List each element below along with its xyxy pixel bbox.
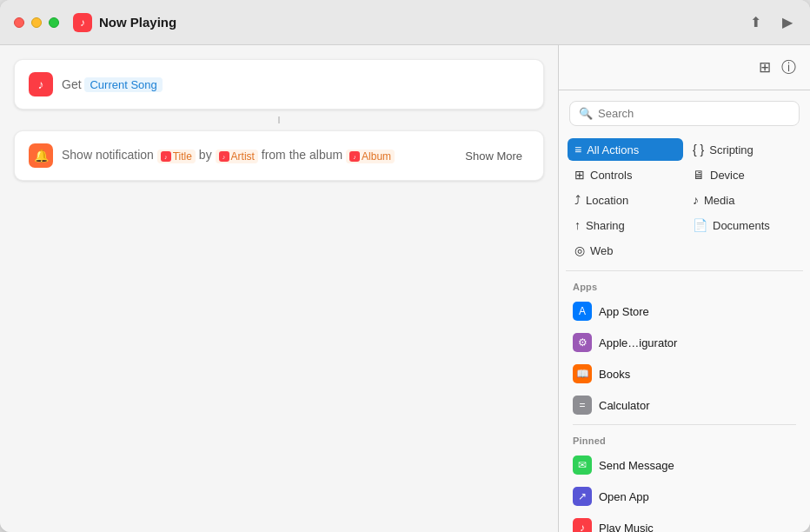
divider-categories [566, 270, 803, 271]
open-app-label: Open App [599, 490, 649, 503]
play-icon: ▶ [782, 15, 793, 30]
list-item-open-app[interactable]: ↗ Open App [566, 481, 803, 512]
pinned-section-label: Pinned [566, 429, 803, 449]
by-keyword: by [199, 148, 216, 162]
show-notif-keyword: Show notification [62, 148, 157, 162]
title-var-icon: ♪ [161, 151, 171, 162]
media-icon: ♪ [693, 193, 699, 207]
play-music-icon: ♪ [573, 518, 592, 532]
sidebar-header: 🔍 [559, 90, 810, 133]
category-device[interactable]: 🖥 Device [686, 163, 801, 186]
maximize-button[interactable] [49, 17, 59, 28]
category-all-actions-label: All Actions [587, 143, 639, 156]
search-bar: 🔍 [569, 101, 800, 126]
list-item-books[interactable]: 📖 Books [566, 358, 803, 389]
workflow-panel: ♪ Get Current Song 🔔 Show notification ♪… [0, 45, 558, 532]
category-documents[interactable]: 📄 Documents [686, 214, 801, 236]
list-item-calculator[interactable]: = Calculator [566, 389, 803, 421]
action-get-label: Get Current Song [62, 77, 163, 91]
artist-var[interactable]: ♪Artist [216, 150, 258, 163]
category-documents-label: Documents [713, 219, 770, 232]
main-window: ♪ Now Playing ⬆ ▶ ♪ Get Current Song [0, 0, 810, 532]
location-icon: ⤴ [574, 193, 581, 207]
device-icon: 🖥 [693, 168, 705, 182]
album-var[interactable]: ♪Album [346, 150, 395, 163]
actions-sidebar: ⊞ ⓘ 🔍 ≡ All Actions { [558, 45, 810, 532]
sharing-icon: ↑ [574, 218, 581, 232]
app-icon: ♪ [73, 13, 92, 32]
sidebar-scroll[interactable]: Apps A App Store ⚙ Apple…igurator 📖 Book… [559, 275, 810, 532]
list-item-apple-configurator[interactable]: ⚙ Apple…igurator [566, 327, 803, 358]
category-controls-label: Controls [590, 169, 632, 182]
books-icon: 📖 [573, 364, 592, 383]
music-note-icon: ♪ [80, 17, 85, 29]
open-app-icon: ↗ [573, 487, 592, 506]
action-icon-music: ♪ [29, 72, 53, 96]
category-all-actions[interactable]: ≡ All Actions [568, 138, 683, 161]
apple-configurator-icon: ⚙ [573, 333, 592, 352]
action-show-notification[interactable]: 🔔 Show notification ♪Title by ♪Artist fr… [14, 130, 544, 181]
info-button[interactable]: ⓘ [781, 57, 796, 77]
list-item-play-music[interactable]: ♪ Play Music [566, 512, 803, 532]
album-var-icon: ♪ [349, 151, 360, 162]
category-scripting-label: Scripting [709, 143, 754, 156]
traffic-lights [14, 17, 59, 28]
play-music-label: Play Music [599, 522, 654, 533]
app-title-area: ♪ Now Playing [73, 13, 747, 32]
main-content: ♪ Get Current Song 🔔 Show notification ♪… [0, 45, 810, 532]
share-button[interactable]: ⬆ [747, 10, 765, 34]
titlebar-actions: ⬆ ▶ [747, 10, 796, 34]
calculator-label: Calculator [599, 399, 650, 412]
send-message-label: Send Message [599, 459, 674, 472]
search-icon: 🔍 [579, 107, 593, 120]
action-icon-bell: 🔔 [29, 143, 53, 168]
from-album-keyword: from the album [262, 148, 346, 162]
web-icon: ◎ [574, 243, 585, 257]
list-item-send-message[interactable]: ✉ Send Message [566, 449, 803, 481]
title-var[interactable]: ♪Title [157, 150, 196, 163]
apple-configurator-label: Apple…igurator [599, 336, 677, 349]
category-sharing[interactable]: ↑ Sharing [568, 214, 683, 236]
calculator-icon: = [573, 396, 592, 415]
category-sharing-label: Sharing [586, 219, 625, 232]
category-web[interactable]: ◎ Web [568, 239, 683, 262]
category-location[interactable]: ⤴ Location [568, 189, 683, 211]
app-store-label: App Store [599, 305, 649, 318]
window-title: Now Playing [99, 15, 176, 30]
action-get-current-song[interactable]: ♪ Get Current Song [14, 59, 544, 110]
titlebar: ♪ Now Playing ⬆ ▶ [0, 0, 810, 45]
add-to-dock-icon: ⊞ [759, 59, 771, 76]
minimize-button[interactable] [31, 17, 42, 28]
category-device-label: Device [710, 169, 745, 182]
category-media-label: Media [704, 194, 734, 207]
show-more-button[interactable]: Show More [458, 148, 529, 164]
play-button[interactable]: ▶ [779, 10, 796, 34]
category-media[interactable]: ♪ Media [686, 189, 801, 211]
app-store-icon: A [573, 302, 592, 321]
apps-section-label: Apps [566, 275, 803, 296]
current-song-var[interactable]: Current Song [84, 77, 162, 92]
scripting-icon: { } [693, 143, 704, 156]
books-label: Books [599, 368, 630, 381]
controls-icon: ⊞ [574, 168, 585, 182]
all-actions-icon: ≡ [574, 143, 581, 156]
share-icon: ⬆ [750, 15, 761, 30]
add-to-dock-button[interactable]: ⊞ [759, 58, 771, 76]
category-location-label: Location [586, 194, 628, 207]
divider-apps [573, 424, 796, 425]
category-scripting[interactable]: { } Scripting [686, 138, 801, 161]
close-button[interactable] [14, 17, 24, 28]
artist-var-icon: ♪ [219, 151, 229, 162]
sidebar-top: ⊞ ⓘ [559, 45, 810, 90]
search-input[interactable] [598, 107, 790, 120]
action-connector [278, 116, 280, 123]
get-keyword: Get [62, 77, 84, 91]
send-message-icon: ✉ [573, 456, 592, 475]
info-icon: ⓘ [781, 59, 796, 76]
category-web-label: Web [590, 244, 614, 257]
documents-icon: 📄 [693, 218, 707, 232]
action-notification-label: Show notification ♪Title by ♪Artist from… [62, 148, 395, 164]
list-item-app-store[interactable]: A App Store [566, 296, 803, 327]
category-grid: ≡ All Actions { } Scripting ⊞ Controls 🖥… [559, 133, 810, 267]
category-controls[interactable]: ⊞ Controls [568, 163, 683, 186]
